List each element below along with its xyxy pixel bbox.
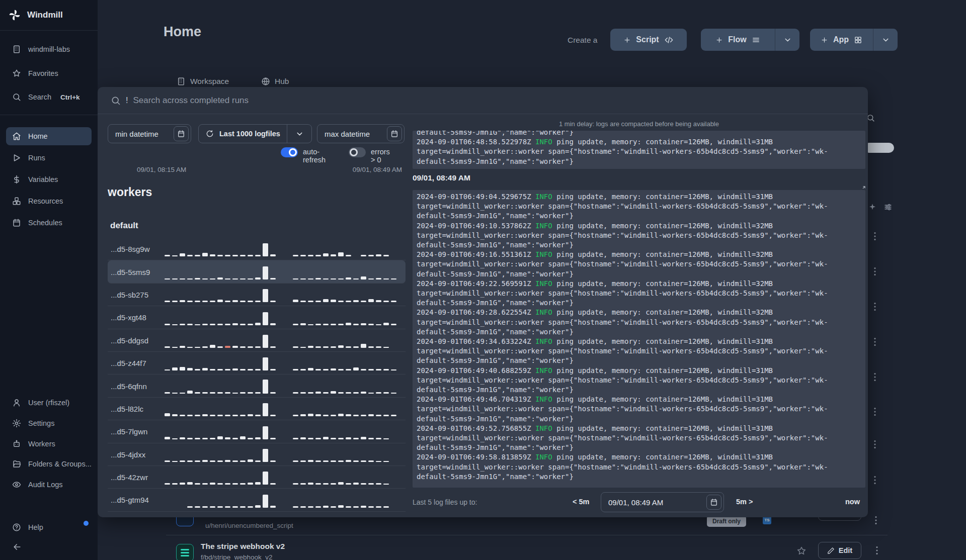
create-flow-main[interactable]: Flow: [701, 29, 775, 51]
kebab-menu-icon[interactable]: [869, 231, 880, 242]
sparkline-bar: [361, 392, 366, 394]
worker-row[interactable]: ...d5-5sms9: [108, 260, 406, 283]
worker-row[interactable]: ...d5-4jdxx: [108, 443, 406, 466]
sidebar-item-folders-groups[interactable]: Folders & Groups...: [6, 455, 92, 473]
tab-workspace[interactable]: Workspace: [177, 77, 229, 86]
kebab-menu-icon[interactable]: [871, 545, 882, 556]
logfiles-select[interactable]: Last 1000 logfiles: [198, 124, 312, 143]
building-icon: [177, 77, 186, 86]
worker-row[interactable]: ...d5-8sg9w: [108, 238, 406, 260]
kebab-menu-icon[interactable]: [869, 371, 880, 383]
sidebar-item-resources[interactable]: Resources: [6, 192, 92, 210]
windmill-logo-icon: [8, 9, 21, 22]
windmill-brand[interactable]: Windmill: [8, 6, 63, 25]
kebab-menu-icon[interactable]: [869, 475, 880, 486]
min-datetime-input[interactable]: min datetime: [108, 124, 191, 143]
sparkle-icon[interactable]: [868, 203, 877, 212]
forward-5m-button[interactable]: 5m >: [736, 498, 753, 506]
sparkline-bar: [195, 438, 200, 439]
worker-row[interactable]: ...d5-xgt48: [108, 306, 406, 329]
back-5m-button[interactable]: < 5m: [573, 498, 589, 506]
kebab-menu-icon[interactable]: [869, 266, 880, 277]
worker-row[interactable]: ...d5-gtm94: [108, 489, 406, 511]
sparkline-bar: [255, 346, 261, 348]
sparkline-bar: [240, 392, 246, 394]
calendar-button[interactable]: [706, 495, 721, 510]
kebab-menu-icon[interactable]: [869, 301, 880, 312]
sparkline-bar: [308, 346, 313, 348]
tab-workspace-label: Workspace: [190, 77, 229, 86]
sparkline-bar: [263, 472, 268, 485]
worker-row[interactable]: ...d5-42zwr: [108, 466, 406, 489]
create-flow-button[interactable]: Flow: [701, 29, 799, 51]
tab-hub[interactable]: Hub: [261, 77, 289, 86]
sidebar-item-audit-logs[interactable]: Audit Logs: [6, 476, 92, 494]
sidebar-item-favorites[interactable]: Favorites: [6, 64, 92, 82]
sparkline-bar: [202, 483, 208, 485]
log-datetime-input[interactable]: 09/01, 08:49 AM: [601, 492, 724, 512]
sparkline-bar: [331, 278, 336, 279]
sparkline-bar: [346, 346, 351, 348]
sparkline-bar: [232, 415, 238, 416]
sidebar-collapse-button[interactable]: [6, 538, 92, 556]
now-button[interactable]: now: [845, 498, 860, 506]
sparkline-bar: [391, 393, 396, 394]
log-entry: 2024-09-01T06:49:22.569591Z INFO ping up…: [417, 279, 861, 308]
worker-row[interactable]: ...d5-l82lc: [108, 398, 406, 420]
sidebar-item-runs[interactable]: Runs: [6, 149, 92, 167]
worker-row[interactable]: ...d5-sb275: [108, 284, 406, 306]
errors-toggle[interactable]: [349, 147, 366, 157]
sparkline-bar: [383, 278, 389, 279]
kebab-menu-icon[interactable]: [869, 336, 880, 347]
sidebar-item-label: Search: [28, 93, 51, 101]
create-script-button[interactable]: Script: [610, 29, 687, 51]
kebab-menu-icon[interactable]: [869, 406, 880, 417]
edit-button[interactable]: Edit: [818, 542, 861, 559]
search-icon: [12, 92, 21, 102]
calendar-button[interactable]: [387, 126, 402, 141]
kebab-menu-icon[interactable]: [869, 439, 880, 450]
worker-row[interactable]: ...d5-6qfnn: [108, 375, 406, 397]
favorite-star-icon[interactable]: [796, 546, 807, 556]
auto-refresh-toggle[interactable]: [281, 147, 298, 157]
sidebar-item-user-rfiszel[interactable]: User (rfiszel): [6, 394, 92, 412]
sparkline-bar: [202, 414, 208, 416]
worker-name: ...d5-ddgsd: [111, 336, 148, 344]
sidebar-item-schedules[interactable]: Schedules: [6, 214, 92, 232]
worker-activity-sparkline: [165, 495, 399, 508]
sparkline-bar: [195, 369, 200, 370]
worker-row[interactable]: ...d5-7lgwn: [108, 420, 406, 443]
dollar-icon: [12, 175, 21, 184]
sidebar-item-help[interactable]: Help: [6, 518, 92, 536]
max-datetime-input[interactable]: max datetime: [317, 124, 405, 143]
log-delay-note: 1 min delay: logs are compacted before b…: [413, 120, 865, 128]
sparkline-bar: [202, 301, 208, 302]
sidebar-item-variables[interactable]: Variables: [6, 170, 92, 189]
sidebar-item-workers[interactable]: Workers: [6, 435, 92, 453]
sparkline-bar: [248, 346, 253, 348]
sidebar-item-home[interactable]: Home: [6, 127, 92, 145]
worker-row[interactable]: ...d5-z44f7: [108, 352, 406, 375]
kebab-menu-icon[interactable]: [870, 515, 881, 526]
sparkline-bar: [232, 506, 238, 508]
sidebar-item-settings[interactable]: Settings: [6, 414, 92, 432]
log-level: INFO: [535, 395, 552, 403]
calendar-button[interactable]: [174, 126, 189, 141]
create-app-button[interactable]: App: [810, 29, 898, 51]
sparkline-bar: [263, 312, 268, 325]
create-app-dropdown[interactable]: [873, 29, 898, 51]
log-timestamp: 2024-09-01T06:49:28.622554Z: [417, 308, 535, 316]
sparkline-bar: [232, 483, 238, 485]
sparkline-bar: [323, 324, 329, 325]
worker-row[interactable]: ...d5-ddgsd: [108, 329, 406, 352]
sidebar-item-search[interactable]: SearchCtrl+k: [6, 88, 92, 106]
sidebar-item-windmill-labs[interactable]: windmill-labs: [6, 40, 92, 58]
create-flow-dropdown[interactable]: [775, 29, 799, 51]
sliders-icon[interactable]: [883, 203, 893, 212]
sparkline-bar: [376, 300, 381, 302]
worker-activity-sparkline: [165, 426, 399, 439]
sparkline-bar: [308, 324, 313, 325]
search-input[interactable]: ! Search across completed runs: [98, 87, 868, 114]
sparkline-bar: [376, 415, 381, 416]
create-app-main[interactable]: App: [810, 29, 873, 51]
